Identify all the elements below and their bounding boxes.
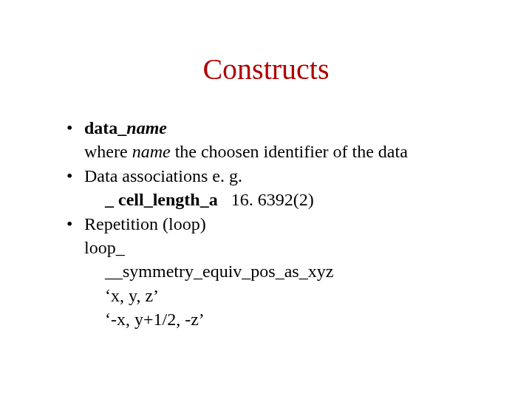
text: Repetition (loop): [84, 212, 495, 236]
text-ital: name: [132, 142, 171, 161]
text: Data associations e. g.: [84, 164, 495, 188]
data-name-ident: name: [126, 118, 167, 137]
bullet-item: data_name where name the choosen identif…: [66, 116, 495, 164]
data-name-prefix: data_: [84, 118, 126, 137]
cif-value: 16. 6392(2): [218, 190, 314, 209]
slide-title: Constructs: [37, 52, 495, 86]
bullet-list: data_name where name the choosen identif…: [37, 116, 495, 332]
slide: Constructs data_name where name the choo…: [0, 0, 532, 399]
cif-key: _ cell_length_a: [105, 190, 218, 209]
text: where: [84, 142, 132, 161]
text: the choosen identifier of the data: [171, 142, 408, 161]
bullet-item: Data associations e. g. _ cell_length_a …: [66, 164, 495, 212]
loop-value: ‘-x, y+1/2, -z’: [84, 307, 495, 331]
loop-field: __symmetry_equiv_pos_as_xyz: [84, 259, 495, 283]
bullet-item: Repetition (loop) loop_ __symmetry_equiv…: [66, 212, 495, 332]
loop-value: ‘x, y, z’: [84, 284, 495, 307]
loop-keyword: loop_: [84, 236, 495, 259]
